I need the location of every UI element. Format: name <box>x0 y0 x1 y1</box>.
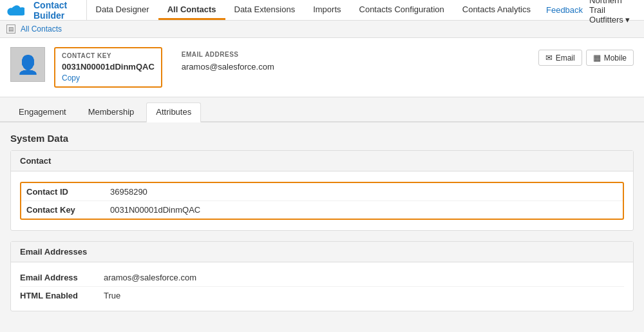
contact-key-key: Contact Key <box>26 205 110 215</box>
nav-tab-contacts-configuration[interactable]: Contacts Configuration <box>350 0 453 20</box>
logo-area <box>0 0 31 20</box>
contact-key-label: CONTACT KEY <box>62 52 155 59</box>
nav-tab-data-designer[interactable]: Data Designer <box>87 0 158 20</box>
nav-tab-imports[interactable]: Imports <box>304 0 350 20</box>
nav-tab-all-contacts[interactable]: All Contacts <box>158 0 225 20</box>
contact-id-value: 36958290 <box>110 187 147 197</box>
tab-engagement[interactable]: Engagement <box>9 103 76 121</box>
email-address-row: Email Address aramos@salesforce.com <box>20 269 624 287</box>
email-btn-label: Email <box>556 54 575 63</box>
breadcrumb-icon: ▤ <box>6 24 15 34</box>
nav-tab-contacts-analytics[interactable]: Contacts Analytics <box>453 0 540 20</box>
email-address-val: aramos@salesforce.com <box>104 273 196 282</box>
email-address-key: Email Address <box>20 273 104 282</box>
account-menu[interactable]: Northern Trail Outfitters <box>589 0 638 24</box>
mobile-channel-button[interactable]: ▦ Mobile <box>586 50 634 66</box>
copy-link[interactable]: Copy <box>62 73 155 83</box>
email-section-body: Email Address aramos@salesforce.com HTML… <box>11 262 633 311</box>
email-address-label: EMAIL ADDRESS <box>182 51 519 58</box>
email-section-title: Email Addresses <box>11 242 633 262</box>
contact-id-row: Contact ID 36958290 <box>21 183 623 201</box>
contact-highlighted-rows: Contact ID 36958290 Contact Key 0031N000… <box>20 182 624 220</box>
contact-id-key: Contact ID <box>26 187 110 197</box>
salesforce-logo <box>6 4 24 17</box>
contact-key-box: CONTACT KEY 0031N00001dDinmQAC Copy <box>54 47 162 88</box>
email-address-value: aramos@salesforce.com <box>182 62 519 72</box>
mobile-icon: ▦ <box>593 53 601 63</box>
contact-avatar: 👤 <box>10 47 45 82</box>
nav-right: Feedback Northern Trail Outfitters <box>540 0 644 20</box>
top-nav: Contact Builder Data Designer All Contac… <box>0 0 644 21</box>
html-enabled-key: HTML Enabled <box>20 291 104 300</box>
feedback-link[interactable]: Feedback <box>546 5 583 15</box>
email-channel-button[interactable]: ✉ Email <box>538 50 582 66</box>
breadcrumb: ▤ All Contacts <box>0 21 644 38</box>
contact-section-title: Contact <box>11 151 633 171</box>
nav-tabs: Data Designer All Contacts Data Extensio… <box>87 0 540 20</box>
avatar-icon: 👤 <box>17 54 39 75</box>
tab-membership[interactable]: Membership <box>79 103 144 121</box>
app-title: Contact Builder <box>31 0 87 20</box>
section-tabs: Engagement Membership Attributes <box>0 97 644 122</box>
contact-header: 👤 CONTACT KEY 0031N00001dDinmQAC Copy EM… <box>0 38 644 97</box>
contact-key-val: 0031N00001dDinmQAC <box>110 205 200 215</box>
html-enabled-val: True <box>104 291 120 300</box>
nav-tab-data-extensions[interactable]: Data Extensions <box>225 0 305 20</box>
email-addresses-section: Email Addresses Email Address aramos@sal… <box>10 241 634 311</box>
contact-key-row: Contact Key 0031N00001dDinmQAC <box>21 201 623 219</box>
contact-email-section: EMAIL ADDRESS aramos@salesforce.com <box>171 47 529 75</box>
contact-key-value: 0031N00001dDinmQAC <box>62 62 155 72</box>
breadcrumb-label[interactable]: All Contacts <box>21 24 62 34</box>
system-data-heading: System Data <box>10 133 634 144</box>
channel-buttons: ✉ Email ▦ Mobile <box>538 47 634 66</box>
email-icon: ✉ <box>545 53 553 63</box>
mobile-btn-label: Mobile <box>604 54 627 63</box>
contact-section-body: Contact ID 36958290 Contact Key 0031N000… <box>11 171 633 230</box>
tab-attributes[interactable]: Attributes <box>146 103 201 122</box>
contact-data-section: Contact Contact ID 36958290 Contact Key … <box>10 150 634 231</box>
main-content: System Data Contact Contact ID 36958290 … <box>0 122 644 332</box>
html-enabled-row: HTML Enabled True <box>20 287 624 304</box>
